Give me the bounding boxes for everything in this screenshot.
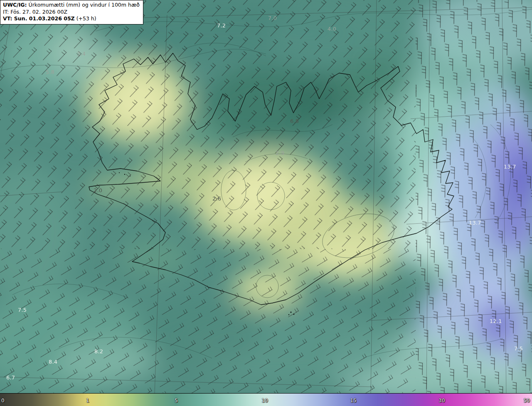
- contour-label: 12.1: [490, 318, 502, 324]
- contour-label: 2.0: [94, 187, 102, 193]
- contour-label: 2.9: [276, 150, 284, 156]
- colorbar: 0 1 5 10 15 30 50: [0, 393, 532, 406]
- title-text: Úrkomumætti (mm) og vindur í 100m hæð: [29, 2, 140, 8]
- colorbar-tick: 10: [261, 398, 268, 404]
- title-box: UWC/IG: Úrkomumætti (mm) og vindur í 100…: [0, 0, 143, 24]
- contour-label: 13.7: [504, 164, 516, 170]
- contour-label: 4.0: [328, 26, 336, 32]
- colorbar-tick: 15: [350, 398, 356, 404]
- wind-barbs: [0, 0, 532, 394]
- contour-label: 6.8: [290, 118, 299, 124]
- contour-label: 3.4: [77, 51, 86, 57]
- contour-label: 8.2: [94, 348, 103, 355]
- valid-time: VT: Sun. 01.03.2026 05Z (+53 h): [3, 15, 140, 22]
- contour-label: 13.7: [469, 220, 481, 226]
- contour-label: 8.4: [49, 359, 57, 365]
- contour-label: 7.5: [514, 345, 523, 352]
- colorbar-tick: 1: [86, 398, 89, 404]
- contour-label: 6.7: [6, 374, 15, 381]
- colorbar-tick: 0: [1, 398, 5, 404]
- precip-wind-field: [0, 0, 532, 394]
- contour-label: 2.6: [212, 196, 221, 202]
- contour-label: 7.0: [268, 15, 277, 21]
- contour-label: 7.2: [217, 22, 226, 29]
- init-time: IT: Fös. 27. 02. 2026 00Z: [3, 9, 140, 16]
- colorbar-tick: 30: [438, 398, 445, 404]
- colorbar-tick: 5: [175, 398, 178, 404]
- contour-label: 5.8: [46, 69, 54, 75]
- valid-time-main: VT: Sun. 01.03.2026 05Z: [3, 15, 75, 22]
- contour-label: 7.5: [18, 307, 27, 313]
- valid-time-offset: (+53 h): [76, 15, 96, 22]
- colorbar-tick: 50: [524, 398, 530, 404]
- weather-map-page: 7.0 7.2 4.0 3.4 5.8 6.8 2.9 2.0 2.6 13.7…: [0, 0, 532, 406]
- map-title: UWC/IG: Úrkomumætti (mm) og vindur í 100…: [3, 2, 140, 9]
- model-label: UWC/IG:: [3, 2, 27, 8]
